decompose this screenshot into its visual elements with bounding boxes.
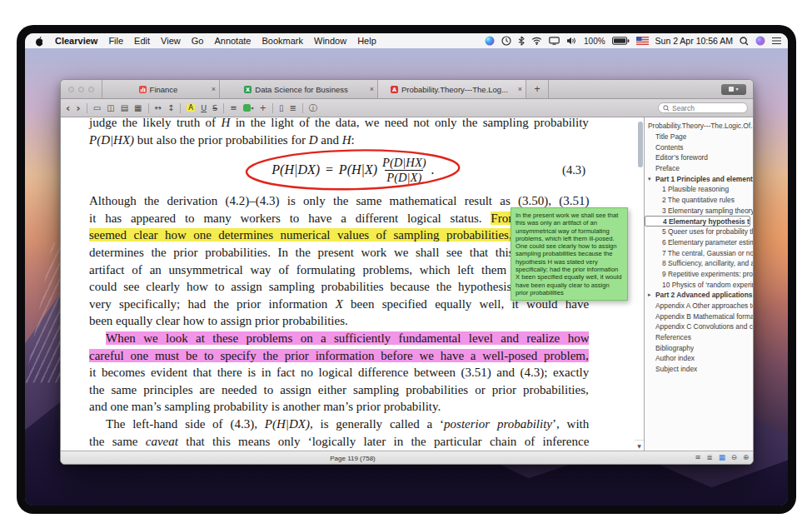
input-language-flag-icon[interactable] [636,37,649,45]
view-mode-button[interactable]: ▾ [721,84,746,95]
notification-center-icon[interactable] [772,37,781,45]
toc-item-10-physics-of-random-experim[interactable]: 10 Physics of ‘random experim... [645,279,753,290]
toc-item-subject-index[interactable]: Subject index [645,364,753,375]
tab-probability-theory-the-log[interactable]: AProbability.Theory---The.Log...× [378,80,526,98]
view-single-page-icon[interactable]: ▭ [93,104,101,112]
toc-item-8-sufficiency-ancillarity-and-a[interactable]: 8 Sufficiency, ancillarity, and a... [645,258,753,269]
highlight-tool-icon[interactable]: A [187,104,195,112]
toc-item-appendix-c-convolutions-and-cu[interactable]: Appendix C Convolutions and cu... [645,321,753,332]
toc-item-4-elementary-hypothesis-testing[interactable]: 4 Elementary hypothesis testing [645,216,750,227]
apple-menu-icon[interactable] [35,36,44,47]
zoom-fit-height-icon[interactable]: ↕ [167,104,174,112]
clock-icon[interactable] [501,36,511,46]
view-grid-icon[interactable]: ▦ [134,104,142,112]
toc-item-9-repetitive-experiments-prob[interactable]: 9 Repetitive experiments: prob... [645,269,753,280]
info-button-icon[interactable]: ⓘ [309,104,317,112]
display-icon[interactable] [549,37,560,45]
annotation-list-icon[interactable]: ≣ [707,454,713,461]
text-run: The left-hand side of (4.3), [106,417,265,431]
toc-label: Appendix A Other approaches to... [655,301,753,310]
pink-highlight: careful one must be to specify the prior… [89,349,589,362]
bluetooth-icon[interactable] [518,36,525,46]
toc-item-part-2-advanced-applications[interactable]: ▸Part 2 Advanced applications [645,290,753,301]
battery-icon[interactable] [612,37,630,45]
toc-item-bibliography[interactable]: Bibliography [645,342,753,353]
nav-forward-icon[interactable]: › [76,102,80,113]
tab-data-science-for-business[interactable]: XData Science for Business× [220,80,378,98]
menu-view[interactable]: View [161,36,181,46]
view-continuous-icon[interactable]: ▤ [121,104,128,112]
menu-annotate[interactable]: Annotate [214,36,251,46]
wifi-icon[interactable] [531,37,542,45]
siri-icon[interactable] [755,36,765,46]
tab-finance[interactable]: Finance× [102,80,220,98]
toc-item-6-elementary-parameter-estima[interactable]: 6 Elementary parameter estima... [645,237,753,248]
menu-go[interactable]: Go [192,36,204,46]
caret-right-icon[interactable]: ▸ [648,291,655,298]
toc-item-part-1-principles-and-elementary[interactable]: ▾Part 1 Principles and elementary... [645,173,753,184]
text-settings-icon[interactable]: ≡ [230,104,237,112]
close-button[interactable] [68,87,74,92]
toc-item-title-page[interactable]: Title Page [645,132,753,142]
sidebar-search[interactable] [658,102,748,113]
toc-item-3-elementary-sampling-theory[interactable]: 3 Elementary sampling theory [645,206,753,217]
toc-item-appendix-b-mathematical-formalit[interactable]: Appendix B Mathematical formalit... [645,311,753,321]
pen-color-picker-icon[interactable]: ▾ [243,104,254,112]
toc-label: References [655,333,691,341]
zoom-out-icon[interactable]: ⊖ [731,454,737,461]
toc-item-7-the-central-gaussian-or-nor[interactable]: 7 The central, Gaussian or nor... [645,247,753,258]
minimize-button[interactable] [78,87,84,92]
caret-down-icon[interactable]: ▾ [648,176,655,182]
toc-item-2-the-quantitative-rules[interactable]: 2 The quantitative rules [645,195,753,206]
toc-item-preface[interactable]: Preface [645,163,753,174]
strikeout-tool-icon[interactable]: S [212,104,217,112]
new-tab-button[interactable]: + [526,80,549,98]
text-run: P(H|DX) [265,417,310,431]
content-scrollbar[interactable] [636,117,644,441]
nav-back-icon[interactable]: ‹ [66,102,70,113]
annotation-note[interactable]: In the present work we shall see that th… [511,207,628,301]
tab-close-icon[interactable]: × [518,85,522,93]
zoom-fit-width-icon[interactable]: ↔ [155,104,162,112]
volume-icon[interactable] [566,37,577,45]
menu-window[interactable]: Window [314,36,346,46]
toc-item-5-queer-uses-for-probability-th[interactable]: 5 Queer uses for probability th... [645,227,753,237]
colored-app-icon[interactable] [485,36,495,46]
fraction-denominator: P(D|X) [385,170,423,184]
toc-item-author-index[interactable]: Author index [645,353,753,364]
thumbnails-panel-icon[interactable]: ▯ [279,104,284,112]
menu-bar: Clearview FileEditViewGoAnnotateBookmark… [25,33,788,48]
toc-item-probability-theory-the-logic-of[interactable]: Probability.Theory---The.Logic.Of... [645,121,753,132]
menu-clock[interactable]: Sun 2 Apr 10:56 AM [655,36,733,46]
scrollbar-thumb[interactable] [638,122,643,167]
view-two-pages-icon[interactable]: ◫ [107,104,114,112]
menu-bookmark[interactable]: Bookmark [262,36,303,46]
zoom-in-icon[interactable]: ⊕ [743,454,749,461]
tab-close-icon[interactable]: × [370,85,374,93]
outline-options-icon[interactable]: ≡ [695,454,700,461]
select-tool-icon[interactable]: + [260,104,267,112]
text-run: H [342,133,351,147]
menu-file[interactable]: File [108,36,123,46]
annotations-panel-icon[interactable]: ≣ [289,104,296,112]
toc-item-contents[interactable]: Contents [645,142,753,152]
toc-item-appendix-a-other-approaches-to[interactable]: Appendix A Other approaches to... [645,301,753,311]
zoom-button[interactable] [88,87,94,92]
underline-tool-icon[interactable]: U [201,104,207,112]
svg-text:X: X [246,87,250,93]
excel-doc-icon: X [244,86,252,93]
toc-item-1-plausible-reasoning[interactable]: 1 Plausible reasoning [645,184,753,195]
toc-item-editor-s-foreword[interactable]: Editor’s foreword [645,152,753,163]
toc-item-references[interactable]: References [645,332,753,343]
scroll-down-button[interactable]: ▼ [635,440,644,451]
app-menu[interactable]: Clearview [55,36,97,46]
menu-help[interactable]: Help [357,36,376,46]
search-input[interactable] [672,104,743,112]
spotlight-icon[interactable] [740,37,749,46]
toc-label: 1 Plausible reasoning [662,185,729,193]
tab-label: Probability.Theory---The.Log... [401,85,508,94]
tab-close-icon[interactable]: × [212,85,216,93]
toc-label: Preface [655,164,680,172]
menu-edit[interactable]: Edit [134,36,150,46]
thumbnail-grid-icon[interactable]: ▦ [719,454,725,461]
